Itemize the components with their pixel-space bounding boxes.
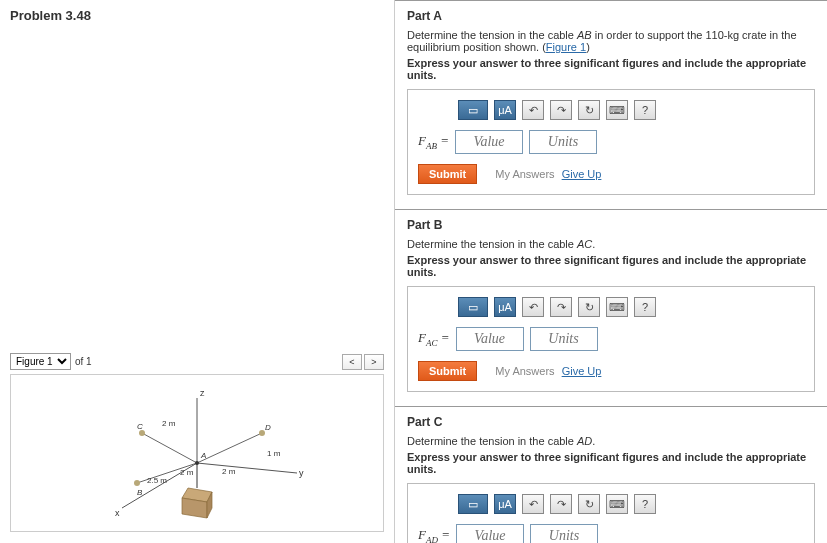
answer-box: ▭ μA ↶ ↷ ↻ ⌨ ? FAB = Submit My Answers G… <box>407 89 815 195</box>
svg-text:2 m: 2 m <box>162 419 176 428</box>
part-instruction: Express your answer to three significant… <box>407 451 815 475</box>
symbol-icon[interactable]: μA <box>494 297 516 317</box>
value-input[interactable] <box>456 524 524 543</box>
part-a: Part A Determine the tension in the cabl… <box>395 0 827 209</box>
template-icon[interactable]: ▭ <box>458 494 488 514</box>
part-title: Part B <box>407 218 815 232</box>
units-input[interactable] <box>530 327 598 351</box>
value-input[interactable] <box>456 327 524 351</box>
svg-line-6 <box>142 433 197 463</box>
part-instruction: Express your answer to three significant… <box>407 57 815 81</box>
symbol-icon[interactable]: μA <box>494 494 516 514</box>
answer-box: ▭ μA ↶ ↷ ↻ ⌨ ? FAC = Submit My Answers G… <box>407 286 815 392</box>
answer-box: ▭ μA ↶ ↷ ↻ ⌨ ? FAD = Submit My Answers G… <box>407 483 815 543</box>
reset-icon[interactable]: ↻ <box>578 100 600 120</box>
svg-text:y: y <box>299 468 304 478</box>
redo-icon[interactable]: ↷ <box>550 100 572 120</box>
svg-text:z: z <box>200 388 205 398</box>
svg-text:x: x <box>115 508 120 518</box>
svg-text:D: D <box>265 423 271 432</box>
help-icon[interactable]: ? <box>634 297 656 317</box>
part-description: Determine the tension in the cable AB in… <box>407 29 815 53</box>
part-instruction: Express your answer to three significant… <box>407 254 815 278</box>
part-description: Determine the tension in the cable AC. <box>407 238 815 250</box>
svg-line-1 <box>197 463 297 473</box>
symbol-icon[interactable]: μA <box>494 100 516 120</box>
help-icon[interactable]: ? <box>634 494 656 514</box>
answer-toolbar: ▭ μA ↶ ↷ ↻ ⌨ ? <box>458 100 804 120</box>
svg-line-7 <box>197 433 262 463</box>
undo-icon[interactable]: ↶ <box>522 297 544 317</box>
svg-text:B: B <box>137 488 143 497</box>
part-b: Part B Determine the tension in the cabl… <box>395 209 827 406</box>
keyboard-icon[interactable]: ⌨ <box>606 297 628 317</box>
variable-label: FAD = <box>418 527 450 543</box>
my-answers-link[interactable]: My Answers <box>495 365 554 377</box>
svg-text:A: A <box>200 451 206 460</box>
svg-text:2 m: 2 m <box>180 468 194 477</box>
figure-next-button[interactable]: > <box>364 354 384 370</box>
problem-title: Problem 3.48 <box>10 8 384 23</box>
part-description: Determine the tension in the cable AD. <box>407 435 815 447</box>
figure-prev-button[interactable]: < <box>342 354 362 370</box>
reset-icon[interactable]: ↻ <box>578 494 600 514</box>
figure-bar: Figure 1 of 1 < > <box>10 353 384 370</box>
units-input[interactable] <box>530 524 598 543</box>
submit-button[interactable]: Submit <box>418 361 477 381</box>
svg-text:2 m: 2 m <box>222 467 236 476</box>
part-title: Part C <box>407 415 815 429</box>
value-input[interactable] <box>455 130 523 154</box>
svg-text:C: C <box>137 422 143 431</box>
answer-toolbar: ▭ μA ↶ ↷ ↻ ⌨ ? <box>458 494 804 514</box>
template-icon[interactable]: ▭ <box>458 100 488 120</box>
redo-icon[interactable]: ↷ <box>550 297 572 317</box>
figure-select[interactable]: Figure 1 <box>10 353 71 370</box>
units-input[interactable] <box>529 130 597 154</box>
right-panel: Part A Determine the tension in the cabl… <box>395 0 827 543</box>
template-icon[interactable]: ▭ <box>458 297 488 317</box>
redo-icon[interactable]: ↷ <box>550 494 572 514</box>
svg-text:2.5 m: 2.5 m <box>147 476 167 485</box>
keyboard-icon[interactable]: ⌨ <box>606 494 628 514</box>
part-c: Part C Determine the tension in the cabl… <box>395 406 827 543</box>
figure-image: z y x A C D B 2 m <box>10 374 384 532</box>
keyboard-icon[interactable]: ⌨ <box>606 100 628 120</box>
undo-icon[interactable]: ↶ <box>522 100 544 120</box>
submit-button[interactable]: Submit <box>418 164 477 184</box>
svg-point-11 <box>134 480 140 486</box>
reset-icon[interactable]: ↻ <box>578 297 600 317</box>
help-icon[interactable]: ? <box>634 100 656 120</box>
variable-label: FAC = <box>418 330 450 348</box>
svg-text:1 m: 1 m <box>267 449 281 458</box>
figure-of-text: of 1 <box>75 356 92 367</box>
part-title: Part A <box>407 9 815 23</box>
variable-label: FAB = <box>418 133 449 151</box>
my-answers-link[interactable]: My Answers <box>495 168 554 180</box>
give-up-link[interactable]: Give Up <box>562 168 602 180</box>
give-up-link[interactable]: Give Up <box>562 365 602 377</box>
undo-icon[interactable]: ↶ <box>522 494 544 514</box>
answer-toolbar: ▭ μA ↶ ↷ ↻ ⌨ ? <box>458 297 804 317</box>
figure-link[interactable]: Figure 1 <box>546 41 586 53</box>
